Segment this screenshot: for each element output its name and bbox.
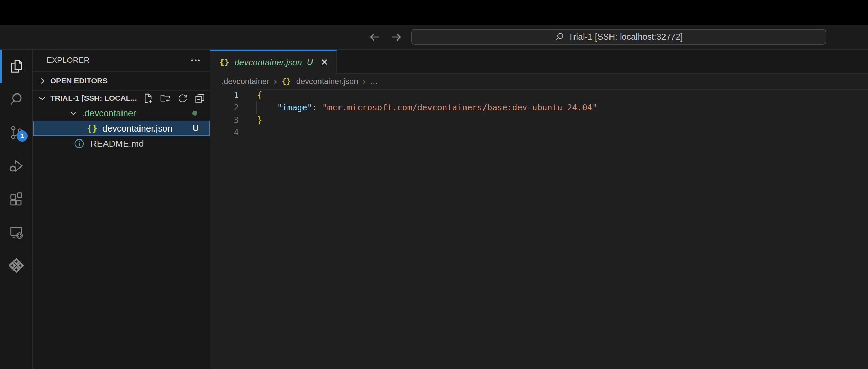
breadcrumb: .devcontainer › {} devcontainer.json › .…: [210, 74, 868, 89]
chevron-down-icon: [38, 94, 47, 103]
json-file-icon: {}: [87, 124, 98, 133]
refresh-icon[interactable]: [177, 93, 188, 104]
sidebar-title: EXPLORER: [47, 56, 90, 65]
breadcrumb-symbol[interactable]: ...: [371, 77, 377, 86]
tree-item-readme[interactable]: README.md: [33, 136, 210, 151]
chevron-right-icon: [38, 76, 47, 86]
folder-name: .devcontainer: [82, 108, 136, 119]
navigate-forward-icon[interactable]: [389, 29, 404, 45]
code-token-key: "image": [277, 103, 312, 112]
new-folder-icon[interactable]: [160, 93, 170, 104]
search-icon: [555, 32, 564, 42]
workspace-label: TRIAL-1 [SSH: LOCAL...: [50, 94, 137, 103]
activity-bar: 1: [0, 50, 33, 369]
code-token: }: [257, 115, 262, 125]
chevron-down-icon: [69, 109, 78, 118]
system-top-strip: [0, 0, 868, 25]
code-token-string: "mcr.microsoft.com/devcontainers/base:de…: [322, 103, 597, 112]
breadcrumb-file[interactable]: devcontainer.json: [296, 77, 358, 86]
chevron-right-icon: ›: [274, 76, 277, 87]
new-file-icon[interactable]: [143, 93, 153, 104]
close-icon[interactable]: ✕: [320, 58, 328, 67]
tree-item-devcontainer-folder[interactable]: .devcontainer: [33, 106, 210, 121]
file-name: README.md: [90, 138, 144, 149]
line-number: 4: [210, 126, 239, 139]
json-file-icon: {}: [282, 77, 291, 86]
window-title: Trial-1 [SSH: localhost:32772]: [568, 32, 683, 42]
search-view-icon[interactable]: [0, 83, 32, 116]
code-line-2: 2 "image": "mcr.microsoft.com/devcontain…: [210, 101, 868, 114]
open-editors-section[interactable]: OPEN EDITORS: [33, 71, 210, 90]
git-untracked-badge: U: [193, 124, 199, 133]
tab-label: devcontainer.json: [235, 57, 302, 68]
json-file-icon: {}: [219, 58, 230, 67]
file-name: devcontainer.json: [102, 123, 172, 134]
workspace-section[interactable]: TRIAL-1 [SSH: LOCAL...: [33, 90, 210, 106]
code-indent: [257, 103, 277, 112]
source-control-icon[interactable]: 1: [0, 116, 32, 149]
chevron-right-icon: ›: [363, 76, 366, 87]
explorer-icon[interactable]: [0, 50, 32, 83]
code-editor[interactable]: 1 { 2 "image": "mcr.microsoft.com/devcon…: [210, 89, 868, 139]
line-number: 2: [210, 101, 239, 114]
tab-untracked-badge: U: [307, 57, 313, 67]
code-line-3: 3 }: [210, 114, 868, 126]
run-debug-icon[interactable]: [0, 149, 32, 182]
code-token: {: [257, 90, 262, 100]
tab-strip: {} devcontainer.json U ✕: [210, 50, 868, 74]
more-actions-icon[interactable]: [190, 55, 201, 65]
editor-group: {} devcontainer.json U ✕ .devcontainer ›…: [210, 50, 868, 369]
tree-item-devcontainer-json[interactable]: {} devcontainer.json U: [33, 121, 210, 136]
git-changes-dot: [192, 111, 197, 116]
line-number: 1: [210, 89, 239, 101]
navigate-back-icon[interactable]: [367, 29, 382, 45]
titlebar: Trial-1 [SSH: localhost:32772]: [0, 25, 868, 50]
code-line-4: 4: [210, 126, 868, 139]
code-line-1: 1 {: [210, 89, 868, 101]
open-editors-label: OPEN EDITORS: [50, 76, 108, 86]
containers-extension-icon[interactable]: [0, 249, 32, 282]
command-center[interactable]: Trial-1 [SSH: localhost:32772]: [411, 29, 826, 45]
code-token-separator: :: [312, 103, 322, 112]
breadcrumb-folder[interactable]: .devcontainer: [221, 77, 269, 86]
info-markdown-icon: [74, 138, 85, 149]
extensions-icon[interactable]: [0, 182, 32, 216]
collapse-all-icon[interactable]: [195, 93, 205, 104]
remote-explorer-icon[interactable]: [0, 216, 32, 249]
tab-devcontainer-json[interactable]: {} devcontainer.json U ✕: [210, 50, 337, 74]
explorer-sidebar: EXPLORER OPEN EDITORS TRIAL-1 [SSH: LOCA…: [33, 50, 210, 369]
scm-badge: 1: [17, 130, 28, 142]
line-number: 3: [210, 114, 239, 126]
tree-indent-guide: [85, 121, 85, 136]
